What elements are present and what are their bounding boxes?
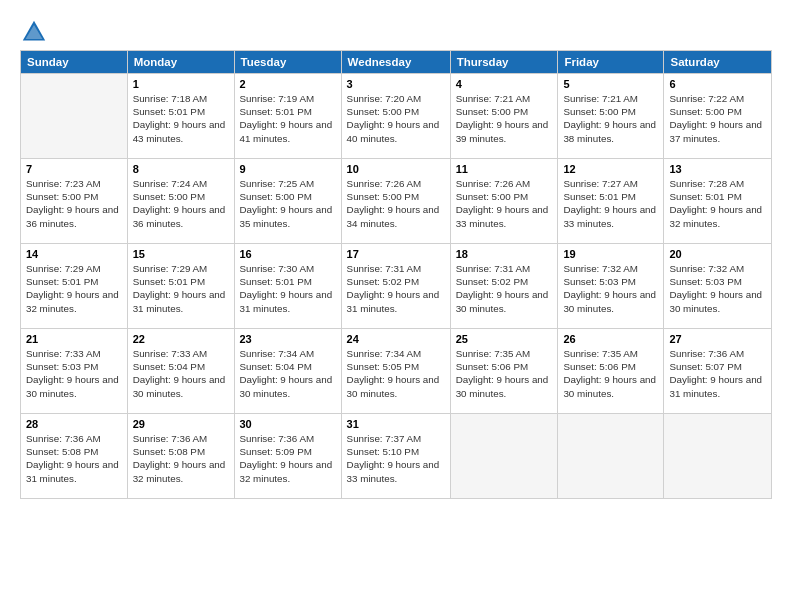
calendar-day: 28Sunrise: 7:36 AMSunset: 5:08 PMDayligh…: [21, 414, 128, 499]
day-info: Sunrise: 7:34 AMSunset: 5:05 PMDaylight:…: [347, 347, 445, 400]
calendar-day: 3Sunrise: 7:20 AMSunset: 5:00 PMDaylight…: [341, 74, 450, 159]
calendar-day: 21Sunrise: 7:33 AMSunset: 5:03 PMDayligh…: [21, 329, 128, 414]
day-number: 25: [456, 333, 553, 345]
day-info: Sunrise: 7:23 AMSunset: 5:00 PMDaylight:…: [26, 177, 122, 230]
day-info: Sunrise: 7:36 AMSunset: 5:08 PMDaylight:…: [26, 432, 122, 485]
calendar-day: 13Sunrise: 7:28 AMSunset: 5:01 PMDayligh…: [664, 159, 772, 244]
calendar-week-0: 1Sunrise: 7:18 AMSunset: 5:01 PMDaylight…: [21, 74, 772, 159]
calendar-day: 12Sunrise: 7:27 AMSunset: 5:01 PMDayligh…: [558, 159, 664, 244]
calendar-day: [558, 414, 664, 499]
calendar-day: 10Sunrise: 7:26 AMSunset: 5:00 PMDayligh…: [341, 159, 450, 244]
day-number: 16: [240, 248, 336, 260]
day-info: Sunrise: 7:26 AMSunset: 5:00 PMDaylight:…: [347, 177, 445, 230]
calendar-day: 5Sunrise: 7:21 AMSunset: 5:00 PMDaylight…: [558, 74, 664, 159]
day-number: 26: [563, 333, 658, 345]
day-number: 3: [347, 78, 445, 90]
calendar-header-monday: Monday: [127, 51, 234, 74]
calendar-day: 7Sunrise: 7:23 AMSunset: 5:00 PMDaylight…: [21, 159, 128, 244]
calendar-day: 23Sunrise: 7:34 AMSunset: 5:04 PMDayligh…: [234, 329, 341, 414]
calendar-table: SundayMondayTuesdayWednesdayThursdayFrid…: [20, 50, 772, 499]
calendar-header-wednesday: Wednesday: [341, 51, 450, 74]
day-info: Sunrise: 7:21 AMSunset: 5:00 PMDaylight:…: [456, 92, 553, 145]
calendar-day: [664, 414, 772, 499]
day-number: 27: [669, 333, 766, 345]
calendar-header-thursday: Thursday: [450, 51, 558, 74]
day-info: Sunrise: 7:33 AMSunset: 5:04 PMDaylight:…: [133, 347, 229, 400]
day-number: 13: [669, 163, 766, 175]
day-info: Sunrise: 7:29 AMSunset: 5:01 PMDaylight:…: [26, 262, 122, 315]
calendar-day: 30Sunrise: 7:36 AMSunset: 5:09 PMDayligh…: [234, 414, 341, 499]
day-info: Sunrise: 7:36 AMSunset: 5:07 PMDaylight:…: [669, 347, 766, 400]
calendar-day: 16Sunrise: 7:30 AMSunset: 5:01 PMDayligh…: [234, 244, 341, 329]
day-number: 18: [456, 248, 553, 260]
day-number: 20: [669, 248, 766, 260]
calendar-week-2: 14Sunrise: 7:29 AMSunset: 5:01 PMDayligh…: [21, 244, 772, 329]
day-number: 2: [240, 78, 336, 90]
calendar-day: 22Sunrise: 7:33 AMSunset: 5:04 PMDayligh…: [127, 329, 234, 414]
day-info: Sunrise: 7:35 AMSunset: 5:06 PMDaylight:…: [563, 347, 658, 400]
page-container: SundayMondayTuesdayWednesdayThursdayFrid…: [0, 0, 792, 509]
calendar-week-1: 7Sunrise: 7:23 AMSunset: 5:00 PMDaylight…: [21, 159, 772, 244]
day-info: Sunrise: 7:30 AMSunset: 5:01 PMDaylight:…: [240, 262, 336, 315]
calendar-header-row: SundayMondayTuesdayWednesdayThursdayFrid…: [21, 51, 772, 74]
day-info: Sunrise: 7:27 AMSunset: 5:01 PMDaylight:…: [563, 177, 658, 230]
day-number: 5: [563, 78, 658, 90]
calendar-day: 4Sunrise: 7:21 AMSunset: 5:00 PMDaylight…: [450, 74, 558, 159]
calendar-day: [450, 414, 558, 499]
day-info: Sunrise: 7:31 AMSunset: 5:02 PMDaylight:…: [347, 262, 445, 315]
day-number: 8: [133, 163, 229, 175]
day-info: Sunrise: 7:32 AMSunset: 5:03 PMDaylight:…: [563, 262, 658, 315]
day-info: Sunrise: 7:28 AMSunset: 5:01 PMDaylight:…: [669, 177, 766, 230]
calendar-day: 15Sunrise: 7:29 AMSunset: 5:01 PMDayligh…: [127, 244, 234, 329]
day-number: 6: [669, 78, 766, 90]
logo-icon: [20, 18, 48, 46]
calendar-day: 8Sunrise: 7:24 AMSunset: 5:00 PMDaylight…: [127, 159, 234, 244]
day-number: 28: [26, 418, 122, 430]
calendar-day: 11Sunrise: 7:26 AMSunset: 5:00 PMDayligh…: [450, 159, 558, 244]
calendar-day: 9Sunrise: 7:25 AMSunset: 5:00 PMDaylight…: [234, 159, 341, 244]
day-number: 9: [240, 163, 336, 175]
day-number: 7: [26, 163, 122, 175]
calendar-day: [21, 74, 128, 159]
day-info: Sunrise: 7:35 AMSunset: 5:06 PMDaylight:…: [456, 347, 553, 400]
calendar-day: 14Sunrise: 7:29 AMSunset: 5:01 PMDayligh…: [21, 244, 128, 329]
calendar-day: 31Sunrise: 7:37 AMSunset: 5:10 PMDayligh…: [341, 414, 450, 499]
day-number: 23: [240, 333, 336, 345]
calendar-day: 29Sunrise: 7:36 AMSunset: 5:08 PMDayligh…: [127, 414, 234, 499]
day-info: Sunrise: 7:25 AMSunset: 5:00 PMDaylight:…: [240, 177, 336, 230]
day-info: Sunrise: 7:18 AMSunset: 5:01 PMDaylight:…: [133, 92, 229, 145]
day-number: 15: [133, 248, 229, 260]
calendar-day: 19Sunrise: 7:32 AMSunset: 5:03 PMDayligh…: [558, 244, 664, 329]
day-info: Sunrise: 7:22 AMSunset: 5:00 PMDaylight:…: [669, 92, 766, 145]
calendar-header-saturday: Saturday: [664, 51, 772, 74]
day-number: 4: [456, 78, 553, 90]
calendar-day: 24Sunrise: 7:34 AMSunset: 5:05 PMDayligh…: [341, 329, 450, 414]
calendar-day: 18Sunrise: 7:31 AMSunset: 5:02 PMDayligh…: [450, 244, 558, 329]
calendar-week-3: 21Sunrise: 7:33 AMSunset: 5:03 PMDayligh…: [21, 329, 772, 414]
day-info: Sunrise: 7:21 AMSunset: 5:00 PMDaylight:…: [563, 92, 658, 145]
day-number: 17: [347, 248, 445, 260]
day-number: 30: [240, 418, 336, 430]
calendar-day: 20Sunrise: 7:32 AMSunset: 5:03 PMDayligh…: [664, 244, 772, 329]
header: [20, 18, 772, 46]
day-number: 1: [133, 78, 229, 90]
calendar-header-sunday: Sunday: [21, 51, 128, 74]
logo: [20, 18, 52, 46]
day-number: 21: [26, 333, 122, 345]
day-info: Sunrise: 7:33 AMSunset: 5:03 PMDaylight:…: [26, 347, 122, 400]
calendar-day: 1Sunrise: 7:18 AMSunset: 5:01 PMDaylight…: [127, 74, 234, 159]
calendar-day: 17Sunrise: 7:31 AMSunset: 5:02 PMDayligh…: [341, 244, 450, 329]
day-info: Sunrise: 7:34 AMSunset: 5:04 PMDaylight:…: [240, 347, 336, 400]
day-info: Sunrise: 7:26 AMSunset: 5:00 PMDaylight:…: [456, 177, 553, 230]
day-number: 19: [563, 248, 658, 260]
day-info: Sunrise: 7:31 AMSunset: 5:02 PMDaylight:…: [456, 262, 553, 315]
calendar-day: 2Sunrise: 7:19 AMSunset: 5:01 PMDaylight…: [234, 74, 341, 159]
day-info: Sunrise: 7:20 AMSunset: 5:00 PMDaylight:…: [347, 92, 445, 145]
day-number: 10: [347, 163, 445, 175]
calendar-header-tuesday: Tuesday: [234, 51, 341, 74]
day-number: 29: [133, 418, 229, 430]
day-info: Sunrise: 7:32 AMSunset: 5:03 PMDaylight:…: [669, 262, 766, 315]
day-info: Sunrise: 7:29 AMSunset: 5:01 PMDaylight:…: [133, 262, 229, 315]
day-number: 11: [456, 163, 553, 175]
calendar-week-4: 28Sunrise: 7:36 AMSunset: 5:08 PMDayligh…: [21, 414, 772, 499]
